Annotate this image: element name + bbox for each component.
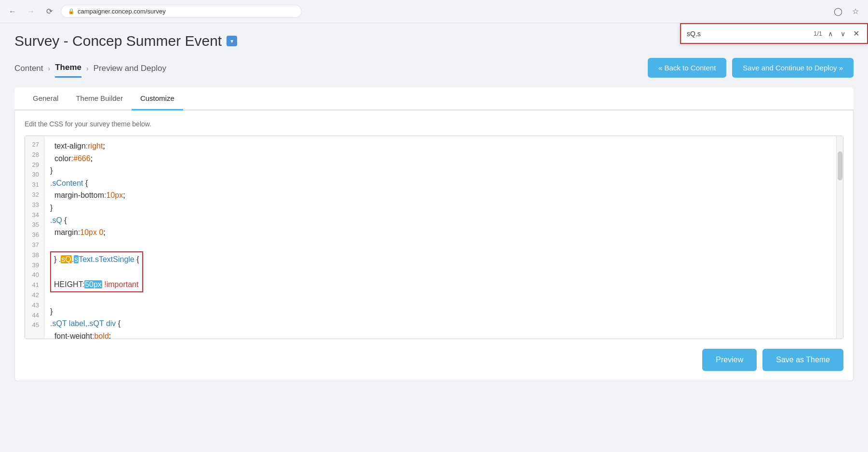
code-line-34: margin:10px 0; bbox=[50, 226, 830, 239]
header-actions: « Back to Content Save and Continue to D… bbox=[648, 58, 854, 78]
line-num: 39 bbox=[30, 260, 39, 271]
code-editor-wrapper: 27 28 29 30 31 32 33 34 35 36 37 38 39 4… bbox=[25, 136, 843, 339]
bottom-actions: Preview Save as Theme bbox=[25, 349, 843, 371]
line-num: 40 bbox=[30, 270, 39, 280]
find-input[interactable] bbox=[687, 30, 810, 38]
forward-nav-button[interactable]: → bbox=[24, 5, 38, 18]
tab-customize[interactable]: Customize bbox=[132, 87, 183, 110]
line-num: 36 bbox=[30, 230, 39, 240]
code-line-42: font-weight:bold; bbox=[50, 330, 830, 339]
title-dropdown-button[interactable]: ▼ bbox=[227, 36, 237, 46]
line-num: 32 bbox=[30, 190, 39, 200]
code-line-28: color:#666; bbox=[50, 152, 830, 165]
line-num: 45 bbox=[30, 320, 39, 330]
survey-title-row: Survey - Concep Summer Event ▼ bbox=[14, 33, 237, 49]
save-continue-button[interactable]: Save and Continue to Deploy » bbox=[732, 58, 854, 78]
breadcrumb-theme[interactable]: Theme bbox=[55, 59, 81, 78]
breadcrumb-arrow-2: › bbox=[86, 65, 89, 72]
breadcrumb-nav: Content › Theme › Preview and Deploy bbox=[14, 59, 237, 78]
line-num: 27 bbox=[30, 140, 39, 150]
line-num: 41 bbox=[30, 280, 39, 290]
line-num: 29 bbox=[30, 160, 39, 170]
survey-title: Survey - Concep Summer Event bbox=[14, 33, 222, 49]
code-line-39 bbox=[50, 293, 830, 305]
code-line-38: HEIGHT:50px !important bbox=[54, 278, 139, 291]
code-line-41: .sQT label,.sQT div { bbox=[50, 317, 830, 330]
find-prev-button[interactable]: ∧ bbox=[826, 29, 835, 39]
code-area[interactable]: text-align:right; color:#666; } .sConten… bbox=[44, 136, 836, 339]
code-line-37 bbox=[54, 266, 139, 278]
editor-scrollbar[interactable] bbox=[836, 136, 843, 339]
address-bar[interactable]: 🔒 campaigner.concep.com/survey bbox=[61, 5, 302, 18]
line-num: 30 bbox=[30, 170, 39, 180]
line-num: 35 bbox=[30, 220, 39, 230]
breadcrumb-arrow-1: › bbox=[48, 65, 51, 72]
highlighted-code-block: } .sQ.sText.sTextSingle { HEIGHT:50px !i… bbox=[50, 251, 143, 292]
line-num: 43 bbox=[30, 301, 39, 311]
title-section: Survey - Concep Summer Event ▼ Content ›… bbox=[14, 33, 237, 78]
line-num: 33 bbox=[30, 200, 39, 210]
line-num: 38 bbox=[30, 250, 39, 260]
code-line-35 bbox=[50, 239, 830, 251]
account-icon[interactable]: ◯ bbox=[831, 5, 845, 18]
main-panel: Edit the CSS for your survey theme below… bbox=[14, 110, 854, 381]
find-bar: 1/1 ∧ ∨ ✕ bbox=[680, 23, 868, 44]
code-line-36: } .sQ.sText.sTextSingle { bbox=[54, 253, 139, 266]
tab-general[interactable]: General bbox=[24, 87, 67, 110]
url-text: campaigner.concep.com/survey bbox=[78, 8, 166, 15]
back-nav-button[interactable]: ← bbox=[6, 5, 19, 18]
code-line-29: } bbox=[50, 164, 830, 177]
chevron-down-icon: ▼ bbox=[229, 39, 234, 44]
editor-hint: Edit the CSS for your survey theme below… bbox=[25, 120, 843, 128]
line-num: 44 bbox=[30, 311, 39, 321]
line-numbers: 27 28 29 30 31 32 33 34 35 36 37 38 39 4… bbox=[25, 136, 44, 339]
find-count: 1/1 bbox=[814, 30, 822, 37]
breadcrumb-preview-deploy[interactable]: Preview and Deploy bbox=[93, 60, 166, 77]
browser-right-icons: ◯ ☆ bbox=[831, 5, 862, 18]
code-line-32: } bbox=[50, 202, 830, 214]
code-line-31: margin-bottom:10px; bbox=[50, 189, 830, 202]
browser-chrome: ← → ⟳ 🔒 campaigner.concep.com/survey ◯ ☆… bbox=[0, 0, 868, 23]
find-next-button[interactable]: ∨ bbox=[839, 29, 847, 39]
lock-icon: 🔒 bbox=[68, 8, 75, 14]
find-close-button[interactable]: ✕ bbox=[851, 28, 861, 39]
code-line-33: .sQ { bbox=[50, 214, 830, 227]
line-num: 34 bbox=[30, 210, 39, 220]
tab-theme-builder[interactable]: Theme Builder bbox=[67, 87, 132, 110]
preview-button[interactable]: Preview bbox=[702, 349, 757, 371]
page-content: Survey - Concep Summer Event ▼ Content ›… bbox=[0, 23, 868, 391]
code-line-30: .sContent { bbox=[50, 177, 830, 190]
tabs-row: General Theme Builder Customize bbox=[14, 87, 854, 110]
line-num: 42 bbox=[30, 290, 39, 301]
line-num: 31 bbox=[30, 180, 39, 190]
bookmark-icon[interactable]: ☆ bbox=[849, 5, 862, 18]
scrollbar-thumb bbox=[838, 151, 842, 180]
back-to-content-button[interactable]: « Back to Content bbox=[648, 58, 726, 78]
line-num: 37 bbox=[30, 240, 39, 250]
reload-button[interactable]: ⟳ bbox=[42, 5, 56, 18]
breadcrumb-content[interactable]: Content bbox=[14, 60, 43, 77]
code-line-27: text-align:right; bbox=[50, 140, 830, 152]
line-num: 28 bbox=[30, 150, 39, 160]
save-as-theme-button[interactable]: Save as Theme bbox=[762, 349, 843, 371]
code-line-40: } bbox=[50, 305, 830, 318]
